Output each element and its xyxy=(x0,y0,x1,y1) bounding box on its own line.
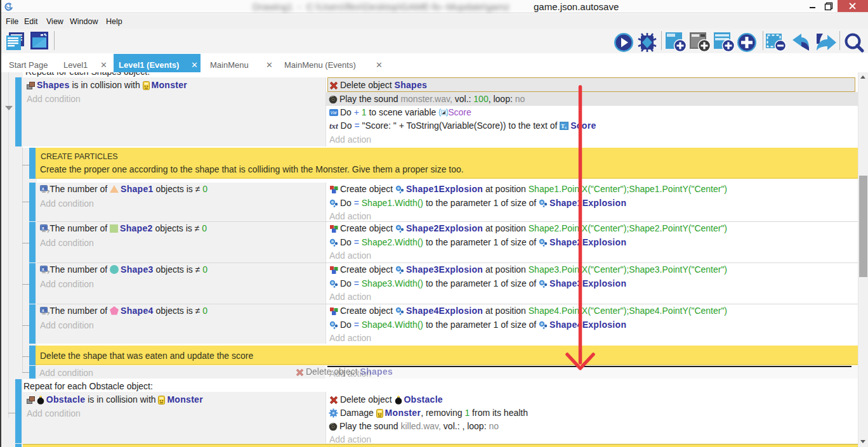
svg-text:?: ? xyxy=(47,311,50,316)
svg-text:x: x xyxy=(42,308,44,313)
svg-text:?: ? xyxy=(47,228,50,233)
svg-text:x: x xyxy=(42,226,44,230)
svg-text:Var: Var xyxy=(331,110,338,115)
svg-text:?: ? xyxy=(47,269,50,275)
svg-text:?: ? xyxy=(47,189,50,194)
svg-text:x: x xyxy=(42,267,44,271)
svg-text:x: x xyxy=(42,186,44,191)
